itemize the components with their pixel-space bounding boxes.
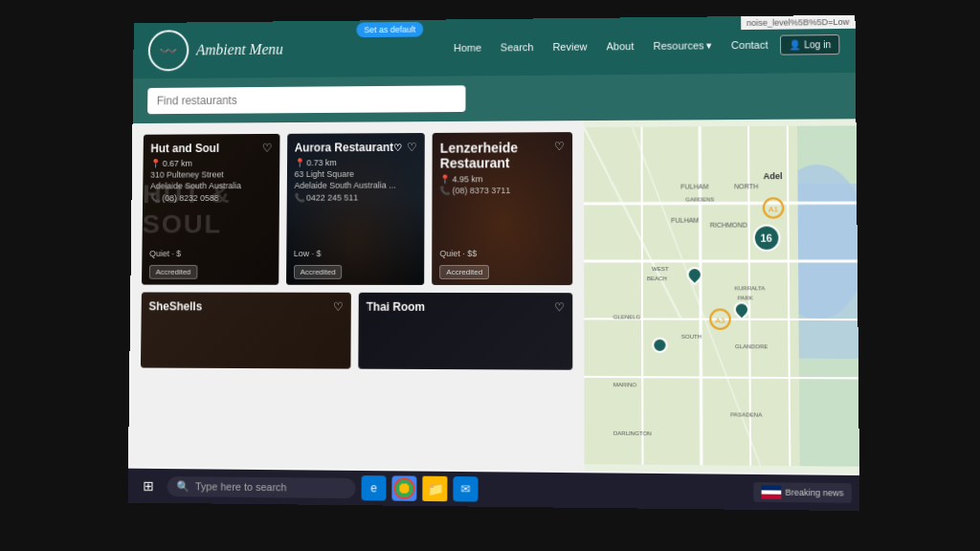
nav-about[interactable]: About: [599, 36, 642, 55]
taskbar-mail-icon[interactable]: ✉: [453, 476, 478, 502]
chevron-down-icon: ▾: [706, 39, 712, 52]
pin-icon-3: 📍: [440, 174, 451, 184]
restaurant-card-aurora[interactable]: ♡ Aurora Restaurant♡ 📍 0.73 km 63 Light …: [286, 133, 425, 285]
login-button[interactable]: 👤 Log in: [780, 33, 840, 55]
card-content-2: Aurora Restaurant♡ 📍 0.73 km 63 Light Sq…: [286, 133, 425, 210]
card-phone-2: 📞 0422 245 511: [294, 193, 417, 203]
card-content-3: Lenzerheide Restaurant 📍 4.95 km 📞 (08) …: [433, 132, 572, 203]
heart-icon-1[interactable]: ♡: [261, 142, 272, 155]
card-distance-3: 📍 4.95 km: [440, 174, 565, 184]
svg-text:PASADENA: PASADENA: [730, 411, 762, 417]
taskbar-news-widget[interactable]: Breaking news: [753, 482, 852, 503]
restaurant-list: HUT & SOUL ♡ Hut and Soul 📍 0.67 km 310 …: [128, 121, 585, 471]
restaurant-card-thai-room[interactable]: ♡ Thai Room: [358, 293, 572, 370]
url-bar: noise_level%5B%5D=Low: [741, 15, 856, 30]
svg-text:KURRALTA: KURRALTA: [735, 285, 766, 291]
card-title-2: Aurora Restaurant♡: [295, 141, 418, 154]
card-title-5: Thai Room: [367, 300, 566, 314]
card-title-3: Lenzerheide Restaurant: [440, 140, 565, 170]
card-phone-1: 📞 (08) 8232 0588: [150, 193, 272, 203]
flag-icon: [762, 485, 782, 499]
taskbar-right: Breaking news: [753, 482, 852, 503]
svg-line-8: [642, 127, 643, 465]
phone-icon-1: 📞: [150, 194, 161, 204]
card-footer-1: Quiet · $ Accredited: [142, 245, 278, 285]
restaurant-card-lenzerheide[interactable]: ♡ Lenzerheide Restaurant 📍 4.95 km 📞 (08…: [432, 132, 572, 285]
map-cluster[interactable]: 16: [752, 225, 780, 252]
svg-text:RICHMOND: RICHMOND: [710, 222, 747, 229]
search-icon: 🔍: [176, 480, 189, 493]
nav-resources[interactable]: Resources ▾: [646, 35, 720, 56]
nav-contact[interactable]: Contact: [724, 35, 776, 55]
svg-text:BEACH: BEACH: [647, 276, 667, 281]
card-content-1: Hut and Soul 📍 0.67 km 310 Pulteney Stre…: [143, 134, 279, 210]
heart-icon-2[interactable]: ♡: [407, 141, 417, 154]
svg-text:WEST: WEST: [652, 266, 669, 272]
card-title-1: Hut and Soul: [150, 142, 272, 155]
restaurant-card-sheshells[interactable]: ♡ SheShells: [141, 292, 351, 368]
set-default-button[interactable]: Set as default: [356, 22, 423, 37]
find-restaurants-input[interactable]: [147, 85, 465, 114]
search-bar-container: [133, 73, 857, 123]
logo-area: 〰️ Ambient Menu: [148, 29, 283, 71]
taskbar-edge-icon[interactable]: e: [362, 475, 387, 500]
svg-text:Adel: Adel: [764, 171, 783, 181]
card-noise-3: Quiet · $$: [440, 249, 566, 258]
card-distance-2: 📍 0.73 km: [295, 158, 418, 167]
svg-text:FULHAM: FULHAM: [671, 217, 699, 224]
nav-search[interactable]: Search: [493, 37, 542, 56]
svg-line-4: [584, 203, 857, 204]
pin-icon-2: 📍: [295, 158, 305, 167]
svg-text:PARK: PARK: [738, 295, 753, 300]
card-noise-1: Quiet · $: [149, 249, 271, 258]
taskbar-folder-icon[interactable]: 📁: [422, 476, 447, 502]
phone-icon-2: 📞: [294, 193, 304, 203]
card-address-2: 63 Light SquareAdelaide South Australia …: [294, 169, 417, 192]
website: 〰️ Ambient Menu Home Search Review About…: [128, 15, 859, 475]
accredited-badge-3: Accredited: [439, 265, 489, 279]
nav-review[interactable]: Review: [546, 37, 595, 56]
nav-links: Home Search Review About Resources ▾ Con…: [446, 33, 839, 57]
restaurant-grid-row2: ♡ SheShells ♡ Thai Room: [141, 292, 572, 369]
svg-rect-2: [797, 184, 858, 359]
card-noise-2: Low · $: [294, 249, 417, 258]
card-content-4: SheShells: [141, 292, 350, 324]
svg-text:MARINO: MARINO: [613, 382, 637, 387]
svg-text:A3: A3: [716, 317, 726, 325]
user-icon: 👤: [789, 39, 800, 50]
screen: noise_level%5B%5D=Low Set as default 〰️ …: [128, 15, 860, 511]
svg-text:FULHAM: FULHAM: [680, 183, 708, 189]
pin-icon-1: 📍: [150, 159, 161, 168]
card-footer-2: Low · $ Accredited: [286, 245, 425, 285]
windows-start-button[interactable]: ⊞: [135, 473, 162, 499]
svg-text:GLENELG: GLENELG: [613, 314, 641, 320]
map-marker-1[interactable]: [687, 267, 702, 282]
card-content-5: Thai Room: [359, 293, 573, 326]
accredited-badge-2: Accredited: [294, 265, 343, 279]
accredited-badge-1: Accredited: [149, 265, 197, 279]
svg-text:NORTH: NORTH: [734, 183, 758, 189]
svg-text:GLANDORE: GLANDORE: [735, 343, 768, 349]
card-address-1: 310 Pulteney StreetAdelaide South Austra…: [150, 169, 272, 191]
map-marker-3[interactable]: [652, 337, 667, 352]
taskbar-search-box[interactable]: 🔍 Type here to search: [167, 476, 356, 498]
map-marker-2[interactable]: [734, 302, 749, 318]
card-distance-1: 📍 0.67 km: [150, 158, 272, 167]
map-svg: A1 A3 Adel FULHAM GARDENS NORTH FULHAM R…: [584, 119, 859, 474]
phone-icon-3: 📞: [440, 186, 451, 195]
card-footer-3: Quiet · $$ Accredited: [432, 245, 572, 285]
map-area[interactable]: A1 A3 Adel FULHAM GARDENS NORTH FULHAM R…: [584, 119, 859, 474]
main-content: HUT & SOUL ♡ Hut and Soul 📍 0.67 km 310 …: [128, 119, 859, 474]
heart-icon-3[interactable]: ♡: [554, 140, 565, 153]
taskbar-chrome-icon[interactable]: [391, 475, 416, 501]
nav-home[interactable]: Home: [446, 38, 489, 57]
logo-circle: 〰️: [148, 30, 189, 71]
heart-icon-5[interactable]: ♡: [554, 300, 565, 314]
heart-icon-4[interactable]: ♡: [333, 300, 344, 314]
card-phone-3: 📞 (08) 8373 3711: [440, 186, 565, 195]
logo-wave-icon: 〰️: [159, 42, 177, 60]
svg-text:GARDENS: GARDENS: [685, 196, 714, 202]
card-title-4: SheShells: [148, 299, 344, 313]
logo-text: Ambient Menu: [196, 41, 283, 58]
restaurant-card-hut-and-soul[interactable]: HUT & SOUL ♡ Hut and Soul 📍 0.67 km 310 …: [142, 134, 279, 285]
